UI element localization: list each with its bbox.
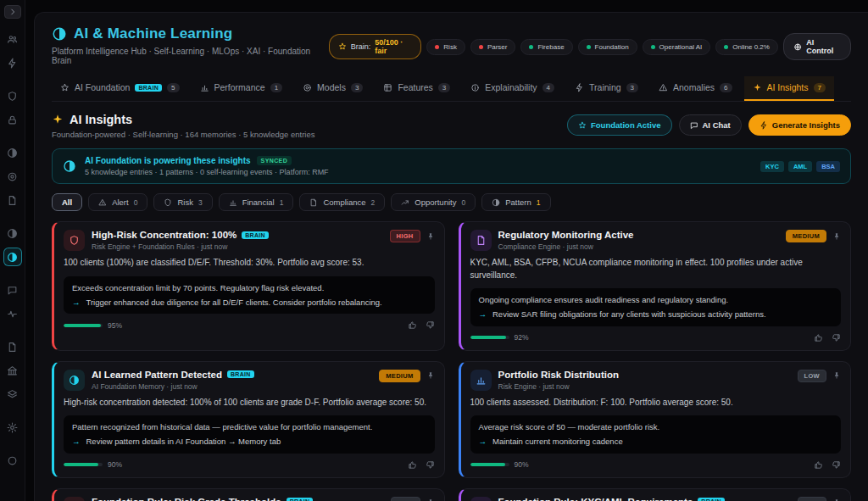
sidebar-expand-button[interactable] bbox=[4, 5, 21, 19]
filter-all[interactable]: All bbox=[52, 193, 82, 211]
insight-card-risk-grade-thresholds: Foundation Rule: Risk Grade ThresholdsBR… bbox=[52, 488, 445, 501]
circle-icon bbox=[7, 455, 18, 466]
status-pill-risk: Risk bbox=[426, 39, 465, 55]
card-title: Foundation Rule: KYC/AML Requirements bbox=[498, 497, 693, 501]
sidebar-item-analysis[interactable] bbox=[3, 224, 22, 242]
shield-icon bbox=[164, 198, 172, 207]
lock-icon bbox=[7, 114, 18, 125]
insight-card-portfolio-risk-distribution: Portfolio Risk Distribution Risk Engine … bbox=[459, 361, 852, 478]
tab-models[interactable]: Models3 bbox=[294, 76, 371, 101]
tab-performance[interactable]: Performance1 bbox=[192, 76, 292, 101]
tab-bar: AI FoundationBRAIN5 Performance1 Models3… bbox=[52, 76, 851, 102]
sidebar-item-documents[interactable] bbox=[3, 191, 22, 209]
severity-badge: LOW bbox=[391, 497, 420, 501]
status-pill-firebase: Firebase bbox=[520, 39, 572, 55]
thumbs-up-icon[interactable] bbox=[408, 460, 417, 470]
card-source: Risk Engine · just now bbox=[498, 382, 791, 391]
sidebar-item-institution[interactable] bbox=[3, 361, 22, 380]
gear-icon bbox=[7, 422, 18, 433]
sidebar-item-ai-ml[interactable] bbox=[3, 248, 22, 266]
status-pill-operational: Operational AI bbox=[643, 39, 711, 55]
contrast-circle-icon bbox=[7, 148, 18, 159]
filter-pattern[interactable]: Pattern1 bbox=[481, 193, 550, 211]
sidebar-item-target[interactable] bbox=[3, 167, 22, 186]
thumbs-up-icon[interactable] bbox=[814, 333, 823, 342]
tab-count: 3 bbox=[351, 83, 363, 92]
thumbs-down-icon[interactable] bbox=[426, 320, 435, 330]
tab-count: 6 bbox=[720, 83, 732, 92]
sidebar-item-lock[interactable] bbox=[3, 110, 22, 129]
pin-icon[interactable] bbox=[426, 370, 435, 381]
thumbs-down-icon[interactable] bbox=[832, 333, 841, 342]
severity-badge: MEDIUM bbox=[786, 230, 826, 242]
thumbs-up-icon[interactable] bbox=[814, 460, 823, 470]
alert-triangle-icon bbox=[659, 83, 668, 92]
pin-icon[interactable] bbox=[832, 231, 841, 242]
sidebar-item-profile[interactable] bbox=[3, 451, 22, 470]
aml-badge: AML bbox=[788, 161, 812, 172]
status-pill-foundation: Foundation bbox=[578, 39, 637, 55]
tab-count: 3 bbox=[438, 83, 450, 92]
card-notes-box: Ongoing compliance ensures audit readine… bbox=[470, 288, 842, 326]
filter-alert[interactable]: Alert0 bbox=[88, 193, 147, 211]
pulse-icon bbox=[7, 309, 18, 320]
brain-score-label: Brain: bbox=[351, 42, 371, 51]
card-action: Review SAR filing obligations for any cl… bbox=[492, 309, 766, 320]
brain-badge: BRAIN bbox=[135, 84, 162, 92]
sidebar-item-reports[interactable] bbox=[3, 337, 22, 356]
filter-opportunity[interactable]: Opportunity0 bbox=[391, 193, 476, 211]
sidebar-item-activity[interactable] bbox=[3, 53, 22, 72]
severity-badge: LOW bbox=[798, 497, 826, 501]
tab-training[interactable]: Training3 bbox=[566, 76, 647, 101]
thumbs-down-icon[interactable] bbox=[832, 460, 841, 470]
confidence-bar bbox=[64, 324, 103, 327]
tab-ai-insights[interactable]: AI Insights7 bbox=[744, 76, 834, 101]
card-title: High-Risk Concentration: 100% bbox=[92, 230, 236, 240]
file-icon bbox=[309, 198, 318, 207]
sidebar-item-settings[interactable] bbox=[3, 418, 22, 437]
tab-explainability[interactable]: Explainability4 bbox=[462, 76, 563, 101]
sidebar-item-layers[interactable] bbox=[3, 385, 22, 404]
sidebar-item-intelligence[interactable] bbox=[3, 143, 22, 162]
thumbs-up-icon[interactable] bbox=[408, 320, 417, 330]
bar-chart-icon bbox=[200, 83, 209, 92]
status-dot-icon bbox=[479, 45, 483, 49]
pin-icon[interactable] bbox=[426, 231, 435, 242]
pin-icon[interactable] bbox=[832, 370, 841, 381]
filter-risk[interactable]: Risk3 bbox=[153, 193, 212, 211]
confidence-value: 90% bbox=[108, 460, 122, 469]
chevron-right-icon bbox=[8, 8, 17, 16]
sidebar-item-pulse[interactable] bbox=[3, 304, 22, 323]
tab-anomalies[interactable]: Anomalies6 bbox=[650, 76, 740, 101]
card-note: Exceeds concentration limit by 70 points… bbox=[72, 282, 324, 293]
status-pill-online: Online 0.2% bbox=[715, 39, 778, 55]
ai-control-button[interactable]: AI Control bbox=[783, 33, 851, 60]
card-title: AI Learned Pattern Detected bbox=[92, 370, 222, 380]
ai-chat-button[interactable]: AI Chat bbox=[679, 114, 742, 136]
filter-financial[interactable]: Financial1 bbox=[219, 193, 294, 211]
pin-icon[interactable] bbox=[426, 498, 435, 501]
card-body: High-risk concentration detected: 100% o… bbox=[64, 397, 435, 409]
filter-compliance[interactable]: Compliance2 bbox=[299, 193, 385, 211]
card-body: 100 clients (100%) are classified D/E/F.… bbox=[64, 257, 435, 270]
contrast-circle-icon bbox=[492, 198, 500, 207]
thumbs-down-icon[interactable] bbox=[426, 460, 435, 470]
confidence-value: 90% bbox=[515, 460, 529, 469]
file-icon bbox=[7, 195, 18, 206]
tab-features[interactable]: Features3 bbox=[375, 76, 459, 101]
foundation-active-button[interactable]: Foundation Active bbox=[567, 114, 672, 136]
globe-icon bbox=[793, 42, 802, 52]
sidebar-item-users[interactable] bbox=[3, 30, 22, 48]
sidebar-item-chat[interactable] bbox=[3, 281, 22, 299]
card-notes-box: Average risk score of 50 — moderate port… bbox=[470, 415, 842, 454]
sidebar-item-security[interactable] bbox=[3, 86, 22, 105]
pin-icon[interactable] bbox=[832, 498, 841, 501]
card-notes-box: Exceeds concentration limit by 70 points… bbox=[64, 276, 435, 315]
tab-count: 3 bbox=[626, 83, 638, 92]
tab-ai-foundation[interactable]: AI FoundationBRAIN5 bbox=[52, 76, 188, 101]
main-panel: AI & Machine Learning Platform Intellige… bbox=[34, 12, 868, 501]
card-action: Trigger enhanced due diligence for all D… bbox=[86, 297, 382, 308]
insight-card-regulatory-monitoring: Regulatory Monitoring Active Compliance … bbox=[459, 221, 852, 351]
generate-insights-button[interactable]: Generate Insights bbox=[748, 114, 851, 136]
card-title: Foundation Rule: Risk Grade Thresholds bbox=[92, 497, 281, 501]
